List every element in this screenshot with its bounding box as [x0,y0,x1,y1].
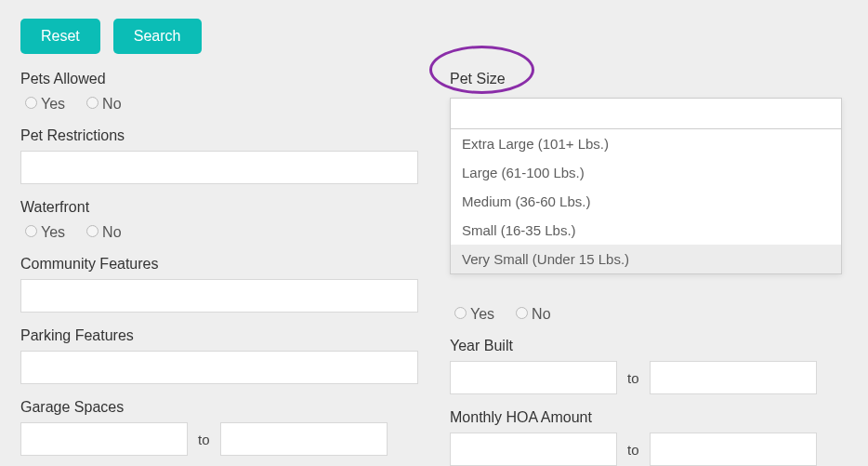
garage-spaces-to[interactable] [220,422,388,456]
pet-size-option-xl[interactable]: Extra Large (101+ Lbs.) [451,129,841,158]
garage-spaces-label: Garage Spaces [20,399,418,416]
year-built-to-label: to [627,370,639,386]
reset-button[interactable]: Reset [20,19,100,54]
pet-size-dropdown[interactable]: Extra Large (101+ Lbs.) Large (61-100 Lb… [450,98,842,274]
pet-size-option-s[interactable]: Small (16-35 Lbs.) [451,216,841,245]
waterfront-no[interactable]: No [82,222,121,241]
parking-features-input[interactable] [20,351,418,384]
pets-allowed-no[interactable]: No [82,94,121,113]
pet-size-label: Pet Size [450,71,506,87]
waterfront-yes[interactable]: Yes [20,222,65,241]
monthly-hoa-label: Monthly HOA Amount [450,409,848,426]
monthly-hoa-from[interactable] [450,433,617,466]
community-features-label: Community Features [20,256,418,273]
pet-size-option-l[interactable]: Large (61-100 Lbs.) [451,158,841,187]
pet-restrictions-label: Pet Restrictions [20,127,418,144]
monthly-hoa-to[interactable] [650,433,817,466]
garage-spaces-to-label: to [198,432,210,447]
search-button[interactable]: Search [113,19,202,54]
pets-allowed-label: Pets Allowed [20,71,418,87]
right-radio-no[interactable]: No [511,304,550,323]
garage-spaces-from[interactable] [20,422,188,456]
right-column: Pet Size Extra Large (101+ Lbs.) Large (… [450,71,848,466]
waterfront-label: Waterfront [20,199,418,216]
pet-size-option-vs[interactable]: Very Small (Under 15 Lbs.) [451,245,841,273]
left-column: Pets Allowed Yes No Pet Restrictions Wat… [20,71,418,466]
right-radio-yes[interactable]: Yes [450,304,494,323]
community-features-input[interactable] [20,279,418,313]
pet-restrictions-input[interactable] [20,151,418,184]
pet-size-search-input[interactable] [454,102,837,125]
monthly-hoa-to-label: to [627,442,639,458]
pet-size-option-m[interactable]: Medium (36-60 Lbs.) [451,187,841,216]
year-built-to[interactable] [650,361,817,394]
pets-allowed-yes[interactable]: Yes [20,94,65,113]
year-built-label: Year Built [450,338,848,354]
parking-features-label: Parking Features [20,327,418,344]
year-built-from[interactable] [450,361,617,394]
action-buttons: Reset Search [20,19,848,54]
